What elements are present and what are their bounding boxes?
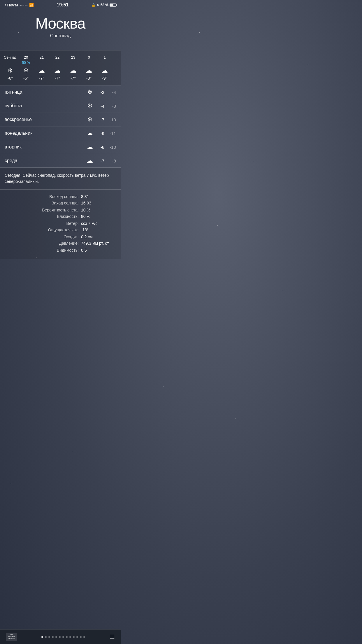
day-high-saturday: -4 [97, 104, 104, 108]
back-label[interactable]: Почта [7, 3, 18, 7]
hour-temp-0: -6° [8, 76, 13, 80]
day-name-sunday: воскресенье [5, 117, 84, 122]
weather-condition: Снегопад [6, 33, 115, 38]
app-container: ‹ Почта ●○○○○ 📶 19:51 🔒 ➤ 58 % Москва Сн… [0, 0, 121, 276]
hour-temp-4: -7° [71, 76, 76, 80]
hour-temp-2: -7° [39, 76, 44, 80]
status-bar: ‹ Почта ●○○○○ 📶 19:51 🔒 ➤ 58 % [0, 0, 121, 9]
description-text: Сегодня: Сейчас снегопад, скорость ветра… [5, 172, 116, 185]
detail-pressure: Давление: 749,3 мм рт. ст. [5, 241, 116, 246]
hour-label-1: 20 [24, 55, 28, 60]
daily-row-saturday: суббота ❄ -4 -8 [0, 99, 121, 113]
day-icon-wednesday: ☁ [84, 157, 96, 164]
detail-wind: Ветер: ссз 7 м/с [5, 221, 116, 226]
day-name-friday: пятница [5, 90, 84, 95]
detail-humidity: Влажность: 80 % [5, 214, 116, 219]
detail-visibility: Видимость: 0,5 [5, 248, 116, 253]
daily-row-friday: пятница ❄ -3 -4 [0, 85, 121, 99]
day-high-tuesday: -8 [97, 145, 104, 150]
back-arrow[interactable]: ‹ [5, 3, 6, 7]
hourly-item-3: 22 ☁ -7° [50, 54, 65, 82]
snow-chance-value: 10 % [81, 208, 116, 212]
hour-temp-3: -7° [55, 76, 60, 80]
detail-precipitation: Осадки: 0,2 см [5, 235, 116, 239]
day-icon-saturday: ❄ [84, 102, 96, 110]
hour-icon-5: ☁ [86, 66, 92, 75]
hour-icon-6: ☁ [101, 66, 108, 75]
day-high-sunday: -7 [97, 117, 104, 122]
battery-percent: 58 % [101, 3, 108, 7]
hourly-item-4: 23 ☁ -7° [65, 54, 81, 82]
sunrise-value: 8:31 [81, 194, 116, 199]
hour-icon-0: ❄ [8, 66, 13, 75]
hour-label-4: 23 [71, 55, 75, 60]
day-low-friday: -4 [108, 90, 116, 95]
hour-temp-1: -6° [23, 76, 29, 80]
day-low-saturday: -8 [108, 104, 116, 108]
location-icon: ➤ [97, 3, 99, 7]
hour-label-5: 0 [88, 55, 90, 60]
feels-like-label: Ощущается как: [48, 228, 79, 232]
hour-label-3: 22 [55, 55, 59, 60]
detail-feels-like: Ощущается как: -13° [5, 228, 116, 232]
sunrise-label: Восход солнца: [49, 194, 79, 199]
day-low-tuesday: -10 [108, 145, 116, 150]
hour-precip-1: 50 % [22, 61, 30, 65]
daily-row-monday: понедельник ☁ -9 -11 [0, 127, 121, 140]
sunset-value: 16:03 [81, 201, 116, 205]
hour-icon-1: ❄ [23, 66, 29, 75]
hour-icon-4: ☁ [70, 66, 76, 75]
detail-snow-chance: Вероятность снега: 10 % [5, 208, 116, 212]
precipitation-label: Осадки: [64, 235, 79, 239]
daily-row-wednesday: среда ☁ -7 -8 [0, 154, 121, 167]
day-high-monday: -9 [97, 131, 104, 136]
humidity-value: 80 % [81, 214, 116, 219]
hourly-item-0: Сейчас ❄ -6° [2, 54, 18, 82]
day-name-tuesday: вторник [5, 144, 84, 150]
hourly-item-6: 1 ☁ -9° [97, 54, 113, 82]
hour-label-0: Сейчас [4, 55, 17, 60]
weather-header: Москва Снегопад [0, 9, 121, 50]
wind-value: ссз 7 м/с [81, 221, 116, 226]
day-low-wednesday: -8 [108, 158, 116, 163]
snow-chance-label: Вероятность снега: [42, 208, 79, 212]
hourly-section: Сейчас ❄ -6° 20 50 % ❄ -6° 21 ☁ -7° [0, 50, 121, 85]
detail-sunrise: Восход солнца: 8:31 [5, 194, 116, 199]
day-low-sunday: -10 [108, 117, 116, 122]
status-right: 🔒 ➤ 58 % [92, 3, 116, 7]
signal-dots: ●○○○○ [20, 4, 28, 6]
pressure-label: Давление: [59, 241, 79, 246]
daily-section: пятница ❄ -3 -4 суббота ❄ -4 -8 воскресе… [0, 85, 121, 168]
humidity-label: Влажность: [57, 214, 79, 219]
feels-like-value: -13° [81, 228, 116, 232]
battery-icon [110, 4, 116, 7]
sunset-label: Заход солнца: [52, 201, 79, 205]
hour-temp-6: -9° [102, 76, 107, 80]
visibility-value: 0,5 [81, 248, 116, 253]
day-icon-friday: ❄ [84, 88, 96, 96]
time-display: 19:51 [57, 2, 68, 8]
hourly-scroll[interactable]: Сейчас ❄ -6° 20 50 % ❄ -6° 21 ☁ -7° [0, 54, 121, 82]
city-name: Москва [6, 15, 115, 32]
hour-label-6: 1 [103, 55, 106, 60]
precipitation-value: 0,2 см [81, 235, 116, 239]
day-low-monday: -11 [108, 131, 116, 136]
day-icon-monday: ☁ [84, 130, 96, 137]
day-icon-tuesday: ☁ [84, 143, 96, 151]
hour-icon-2: ☁ [38, 66, 45, 75]
hour-temp-5: -8° [86, 76, 92, 80]
hourly-item-1: 20 50 % ❄ -6° [18, 54, 34, 82]
status-left: ‹ Почта ●○○○○ 📶 [5, 3, 34, 7]
day-name-wednesday: среда [5, 158, 84, 163]
details-section: Восход солнца: 8:31 Заход солнца: 16:03 … [0, 190, 121, 259]
daily-row-sunday: воскресенье ❄ -7 -10 [0, 113, 121, 127]
hourly-item-2: 21 ☁ -7° [34, 54, 50, 82]
lock-icon: 🔒 [92, 3, 96, 7]
wifi-icon: 📶 [29, 3, 34, 7]
wind-label: Ветер: [66, 221, 79, 226]
day-name-monday: понедельник [5, 131, 84, 136]
description-section: Сегодня: Сейчас снегопад, скорость ветра… [0, 168, 121, 190]
hour-label-2: 21 [40, 55, 44, 60]
hourly-item-5: 0 ☁ -8° [81, 54, 97, 82]
hour-icon-3: ☁ [54, 66, 61, 75]
